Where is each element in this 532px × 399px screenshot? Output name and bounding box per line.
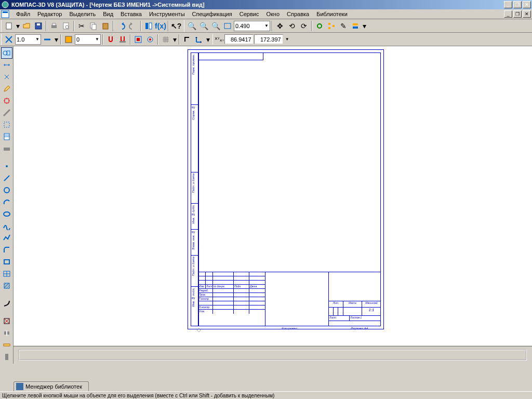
menu-libraries[interactable]: Библиотеки (313, 10, 351, 18)
ruler-tool[interactable] (1, 339, 12, 351)
cut-button[interactable]: ✂ (76, 20, 87, 32)
zoom-window-button[interactable]: 🔍 (210, 20, 221, 32)
menu-window[interactable]: Окно (262, 10, 283, 18)
mdi-close-button[interactable]: ✕ (523, 10, 531, 18)
menu-select[interactable]: Выделить (65, 10, 99, 18)
library-manager-tab[interactable]: Менеджер библиотек (14, 381, 89, 391)
menu-edit[interactable]: Редактор (34, 10, 65, 18)
linestyle-button[interactable] (42, 34, 53, 45)
coord-dropdown[interactable]: ▼ (285, 37, 289, 42)
local-cs-dropdown[interactable]: ▾ (205, 34, 210, 45)
layers-dropdown[interactable]: ▾ (362, 20, 367, 32)
new-dropdown[interactable]: ▾ (15, 20, 20, 32)
local-cs-button[interactable] (193, 34, 205, 45)
hatch-tool[interactable] (1, 280, 12, 291)
preview-button[interactable] (60, 20, 72, 32)
round-button[interactable] (144, 34, 156, 45)
arc-tool[interactable] (1, 196, 12, 208)
polyline-tool[interactable] (1, 232, 12, 244)
open-button[interactable] (21, 20, 32, 32)
grid-dropdown[interactable]: ▾ (172, 34, 177, 45)
measure-panel-button[interactable] (1, 107, 12, 118)
help-pointer-button[interactable]: ↖? (170, 20, 182, 32)
new-button[interactable] (3, 20, 15, 32)
linestyle-dropdown[interactable]: ▾ (54, 34, 59, 45)
status-bar: Щелкните левой кнопкой мыши на объекте д… (0, 391, 532, 399)
maximize-button[interactable]: ❐ (513, 1, 522, 8)
origin-icon: ◇ (197, 327, 201, 332)
svg-rect-20 (353, 26, 358, 29)
dimensions-panel-button[interactable] (1, 59, 12, 71)
zoom-next-button[interactable]: ⟳ (298, 20, 310, 32)
grid-snap-button[interactable] (117, 34, 128, 45)
circle-tool[interactable] (1, 184, 12, 196)
redo-button[interactable] (127, 20, 139, 32)
edit-draw-button[interactable]: ✎ (338, 20, 349, 32)
layers-button[interactable] (350, 20, 361, 32)
menu-tools[interactable]: Инструменты (145, 10, 189, 18)
pan-button[interactable]: ✥ (274, 20, 286, 32)
delete-tool[interactable] (1, 315, 12, 327)
fillet-tool[interactable] (1, 244, 12, 256)
paste-button[interactable] (100, 20, 111, 32)
point-tool[interactable] (1, 161, 12, 172)
geometry-panel-button[interactable] (1, 47, 12, 59)
ortho-button[interactable] (181, 34, 193, 45)
param-button[interactable] (132, 34, 144, 45)
bolt-tool[interactable] (1, 351, 12, 363)
tree-button[interactable] (326, 20, 337, 32)
layer-dropdown[interactable]: 0▼ (75, 34, 101, 45)
assoc-panel-button[interactable] (1, 143, 12, 154)
mdi-restore-button[interactable]: ❐ (513, 10, 522, 18)
zoom-scale-dropdown[interactable]: 0.490▼ (234, 21, 270, 31)
refresh-button[interactable] (314, 20, 325, 32)
print-button[interactable] (48, 20, 60, 32)
variables-button[interactable]: f(x) (155, 20, 166, 32)
snap-button[interactable] (105, 34, 116, 45)
spec-panel-button[interactable] (1, 131, 12, 142)
scale-dropdown[interactable]: 1.0▼ (15, 34, 41, 45)
properties-button[interactable] (143, 20, 154, 32)
menu-spec[interactable]: Спецификация (189, 10, 236, 18)
symbols-panel-button[interactable] (1, 71, 12, 83)
drawing-canvas[interactable]: Перв. примен. Справ. № Подп. и дата Инв.… (14, 46, 532, 345)
svg-rect-36 (4, 148, 10, 151)
curve-tool[interactable] (1, 298, 12, 309)
zoom-fit-button[interactable] (222, 20, 233, 32)
minimize-button[interactable]: _ (504, 1, 512, 8)
grid-button[interactable] (160, 34, 171, 45)
zoom-prev-button[interactable]: ⟲ (286, 20, 298, 32)
select-panel-button[interactable] (1, 119, 12, 130)
zoom-in-button[interactable]: 🔍 (186, 20, 197, 32)
menu-service[interactable]: Сервис (236, 10, 263, 18)
save-button[interactable] (33, 20, 44, 32)
break-tool[interactable] (1, 327, 12, 339)
menu-help[interactable]: Справка (283, 10, 313, 18)
param-panel-button[interactable] (1, 95, 12, 107)
rect-tool[interactable] (1, 256, 12, 268)
mdi-minimize-button[interactable]: _ (504, 10, 512, 18)
ellipse-tool[interactable] (1, 208, 12, 220)
properties-inner (19, 349, 527, 361)
close-button[interactable]: ✕ (523, 1, 531, 8)
coord-y-input[interactable] (254, 34, 283, 44)
menu-insert[interactable]: Вставка (117, 10, 145, 18)
zoom-out-button[interactable]: 🔍 (198, 20, 209, 32)
aux-button[interactable] (3, 34, 15, 45)
coord-x-input[interactable] (224, 34, 254, 44)
svg-rect-17 (328, 27, 330, 29)
layer-color-button[interactable] (63, 34, 74, 45)
copy-button[interactable] (88, 20, 99, 32)
menu-view[interactable]: Вид (99, 10, 117, 18)
spline-tool[interactable] (1, 220, 12, 232)
svg-rect-19 (353, 23, 358, 25)
line-tool[interactable] (1, 172, 12, 184)
edit-panel-button[interactable] (1, 83, 12, 95)
svg-rect-3 (6, 23, 11, 29)
undo-button[interactable] (115, 20, 127, 32)
table-tool[interactable] (1, 268, 12, 280)
svg-rect-14 (149, 23, 152, 29)
app-icon (1, 1, 9, 9)
drawing-sheet: Перв. примен. Справ. № Подп. и дата Инв.… (188, 49, 384, 329)
menu-file[interactable]: Файл (12, 10, 34, 18)
